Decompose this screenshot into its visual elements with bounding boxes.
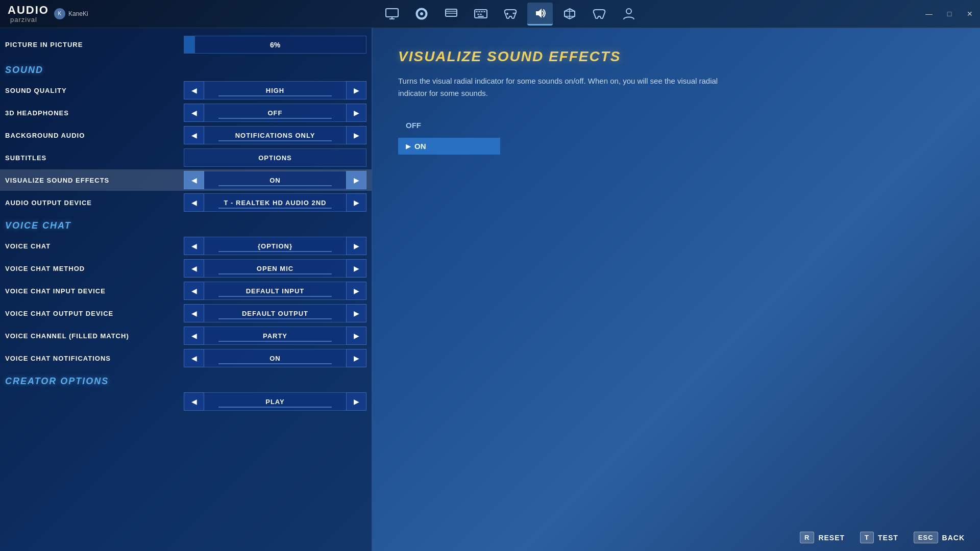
value-underline [218, 185, 332, 186]
setting-label-voice-chat-method: VOICE CHAT METHOD [5, 265, 184, 272]
arrow-left-sound-quality[interactable]: ◀ [184, 81, 204, 99]
value-underline [218, 95, 332, 96]
arrow-left-background-audio[interactable]: ◀ [184, 126, 204, 144]
arrow-left-voice-chat-notifications[interactable]: ◀ [184, 349, 204, 367]
arrow-right-creator-option-1[interactable]: ▶ [346, 392, 366, 411]
arrow-left-voice-chat-method[interactable]: ◀ [184, 259, 204, 278]
svg-point-16 [513, 13, 514, 14]
setting-row-voice-channel-filled-match[interactable]: VOICE CHANNEL (FILLED MATCH) ◀ PARTY ▶ [0, 325, 372, 346]
setting-label-3d-headphones: 3D HEADPHONES [5, 109, 184, 117]
arrow-left-visualize-sound-effects[interactable]: ◀ [184, 171, 204, 189]
test-label: TEST [878, 534, 898, 542]
subtitles-options-btn[interactable]: OPTIONS [184, 148, 366, 167]
settings-panel[interactable]: PICTURE IN PICTURE 6% SOUND SOUND QUALIT… [0, 28, 373, 551]
value-text-voice-chat: {OPTION} [258, 242, 292, 250]
setting-row-background-audio[interactable]: BACKGROUND AUDIO ◀ NOTIFICATIONS ONLY ▶ [0, 124, 372, 146]
setting-control-voice-chat-input-device: ◀ DEFAULT INPUT ▶ [184, 282, 366, 300]
arrow-right-voice-chat-method[interactable]: ▶ [346, 259, 366, 278]
value-box-voice-chat-output-device: DEFAULT OUTPUT [204, 304, 346, 322]
option-off-label: OFF [406, 121, 421, 130]
nav-display-icon[interactable] [379, 3, 405, 26]
reset-action[interactable]: R RESET [800, 532, 845, 543]
setting-row-voice-chat-output-device[interactable]: VOICE CHAT OUTPUT DEVICE ◀ DEFAULT OUTPU… [0, 303, 372, 324]
minimize-button[interactable]: — [919, 6, 939, 21]
reset-key: R [800, 532, 814, 543]
setting-control-voice-channel-filled-match: ◀ PARTY ▶ [184, 327, 366, 345]
window-controls: — □ ✕ [919, 6, 980, 21]
setting-control-sound-quality: ◀ HIGH ▶ [184, 81, 366, 99]
value-text-voice-chat-output-device: DEFAULT OUTPUT [242, 310, 308, 317]
option-arrow-icon: ▶ [406, 143, 410, 150]
setting-row-3d-headphones[interactable]: 3D HEADPHONES ◀ OFF ▶ [0, 102, 372, 123]
nav-settings-icon[interactable] [409, 3, 434, 26]
setting-row-visualize-sound-effects[interactable]: VISUALIZE SOUND EFFECTS ◀ ON ▶ [0, 169, 372, 191]
pip-value: 6% [184, 41, 366, 49]
setting-label-background-audio: BACKGROUND AUDIO [5, 132, 184, 139]
arrow-left-voice-chat-output-device[interactable]: ◀ [184, 304, 204, 322]
svg-rect-0 [386, 9, 398, 17]
option-on-label: ON [414, 142, 426, 151]
nav-controller-icon[interactable] [586, 3, 612, 26]
setting-row-creator-option-1[interactable]: ◀ PLAY ▶ [0, 391, 372, 412]
nav-accessibility-icon[interactable] [557, 3, 582, 26]
arrow-left-voice-chat[interactable]: ◀ [184, 237, 204, 255]
arrow-right-sound-quality[interactable]: ▶ [346, 81, 366, 99]
value-text-creator-option-1: PLAY [265, 398, 284, 406]
description-panel: VISUALIZE SOUND EFFECTS Turns the visual… [373, 28, 980, 551]
arrow-right-visualize-sound-effects[interactable]: ▶ [346, 171, 366, 189]
pip-slider[interactable]: 6% [184, 36, 366, 54]
value-underline [218, 118, 332, 119]
svg-rect-3 [446, 9, 457, 16]
arrow-left-3d-headphones[interactable]: ◀ [184, 104, 204, 122]
arrow-right-voice-channel-filled-match[interactable]: ▶ [346, 327, 366, 345]
setting-row-voice-chat-method[interactable]: VOICE CHAT METHOD ◀ OPEN MIC ▶ [0, 258, 372, 279]
setting-row-voice-chat-input-device[interactable]: VOICE CHAT INPUT DEVICE ◀ DEFAULT INPUT … [0, 280, 372, 302]
value-underline [218, 363, 332, 364]
setting-row-sound-quality[interactable]: SOUND QUALITY ◀ HIGH ▶ [0, 80, 372, 101]
value-text-audio-output-device: T - REALTEK HD AUDIO 2ND [224, 199, 327, 207]
logo-area: AUDIO parzival K KaneKi [0, 4, 102, 23]
setting-row-audio-output-device[interactable]: AUDIO OUTPUT DEVICE ◀ T - REALTEK HD AUD… [0, 192, 372, 213]
username: KaneKi [68, 10, 88, 17]
arrow-left-creator-option-1[interactable]: ◀ [184, 392, 204, 411]
setting-label-visualize-sound-effects: VISUALIZE SOUND EFFECTS [5, 177, 184, 184]
setting-control-background-audio: ◀ NOTIFICATIONS ONLY ▶ [184, 126, 366, 144]
nav-audio-icon[interactable] [527, 3, 553, 26]
value-text-background-audio: NOTIFICATIONS ONLY [235, 132, 315, 139]
setting-row-voice-chat[interactable]: VOICE CHAT ◀ {OPTION} ▶ [0, 235, 372, 257]
nav-keyboard-icon[interactable] [468, 3, 494, 26]
arrow-right-voice-chat[interactable]: ▶ [346, 237, 366, 255]
arrow-right-voice-chat-input-device[interactable]: ▶ [346, 282, 366, 300]
test-action[interactable]: T TEST [860, 532, 898, 543]
maximize-button[interactable]: □ [939, 6, 960, 21]
value-text-3d-headphones: OFF [268, 109, 283, 117]
setting-label-voice-chat-output-device: VOICE CHAT OUTPUT DEVICE [5, 310, 184, 317]
nav-gameui-icon[interactable] [438, 3, 464, 26]
close-button[interactable]: ✕ [960, 6, 980, 21]
option-on[interactable]: ▶ ON [398, 138, 500, 155]
option-off[interactable]: OFF [398, 117, 500, 134]
arrow-right-audio-output-device[interactable]: ▶ [346, 193, 366, 212]
arrow-left-voice-channel-filled-match[interactable]: ◀ [184, 327, 204, 345]
value-underline [218, 251, 332, 252]
arrow-left-audio-output-device[interactable]: ◀ [184, 193, 204, 212]
setting-control-audio-output-device: ◀ T - REALTEK HD AUDIO 2ND ▶ [184, 193, 366, 212]
setting-row-subtitles[interactable]: SUBTITLES OPTIONS [0, 147, 372, 168]
value-text-sound-quality: HIGH [266, 87, 285, 94]
setting-label-voice-chat: VOICE CHAT [5, 242, 184, 250]
value-text-visualize-sound-effects: ON [270, 177, 281, 184]
arrow-right-3d-headphones[interactable]: ▶ [346, 104, 366, 122]
value-underline [218, 296, 332, 297]
back-action[interactable]: ESC BACK [914, 532, 965, 543]
value-box-audio-output-device: T - REALTEK HD AUDIO 2ND [204, 193, 346, 212]
arrow-left-voice-chat-input-device[interactable]: ◀ [184, 282, 204, 300]
arrow-right-voice-chat-notifications[interactable]: ▶ [346, 349, 366, 367]
setting-row-voice-chat-notifications[interactable]: VOICE CHAT NOTIFICATIONS ◀ ON ▶ [0, 347, 372, 369]
nav-gamepad-icon[interactable] [498, 3, 523, 26]
nav-account-icon[interactable] [616, 3, 642, 26]
bottom-bar: R RESET T TEST ESC BACK [785, 524, 980, 551]
arrow-right-voice-chat-output-device[interactable]: ▶ [346, 304, 366, 322]
nav-icons [379, 3, 642, 26]
app-subtitle: parzival [10, 16, 49, 23]
arrow-right-background-audio[interactable]: ▶ [346, 126, 366, 144]
